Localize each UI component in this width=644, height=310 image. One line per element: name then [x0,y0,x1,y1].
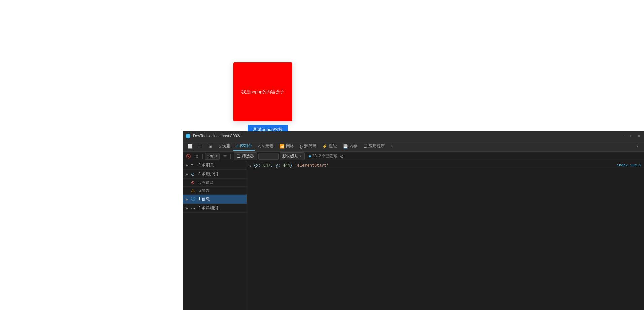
toolbar-separator-1 [202,154,203,159]
nav-item-device[interactable]: ⬜ [185,143,195,150]
entry-source-link[interactable]: index.vue:2 [617,163,641,167]
nav-item-dock[interactable]: ▣ [206,143,215,150]
user-icon: ⊙ [191,172,196,177]
info-icon: ⓘ [191,196,196,202]
devtools-content: ▶ ≡ 3 条消息 ▶ ⊙ 3 条用户消... ▶ ⊗ 没有错误 ▶ ⚠ [183,161,644,310]
entry-comma-1: , y: [270,163,283,168]
console-nav-icon: ≡ [236,144,238,148]
frame-context-selector[interactable]: top ▼ [205,153,220,160]
entry-content: {x: 847, y: 444} 'elementStart' [254,163,615,168]
filter-section: ☰ 筛选器 默认级别 ▼ [234,152,305,160]
filter-label: 筛选器 [242,153,254,159]
devtools-favicon-icon [186,134,190,138]
create-live-expression-button[interactable]: 👁 [222,153,228,160]
device-icon: ⬜ [188,144,193,149]
verbose-icon: ⋯ [191,206,196,211]
entry-val-x: 847 [263,163,271,168]
devtools-toolbar: 🚫 ⊘ top ▼ 👁 ☰ 筛选器 默认级别 ▼ [183,152,644,161]
more-tabs-icon: + [391,144,393,149]
nav-item-memory[interactable]: 💾 内存 [340,142,360,150]
messages-label: 3 条消息 [198,162,244,168]
nav-elements-label: 元素 [265,143,273,149]
sidebar-item-errors[interactable]: ▶ ⊗ 没有错误 [183,179,247,187]
popup-content-text: 我是popup的内容盒子 [242,89,284,95]
devtools-panel: DevTools - localhost:8082/ — ❐ ✕ ⬜ ⬚ ▣ ⌂… [183,131,644,310]
restore-button[interactable]: ❐ [629,134,634,138]
message-filter-sidebar: ▶ ≡ 3 条消息 ▶ ⊙ 3 条用户消... ▶ ⊗ 没有错误 ▶ ⚠ [183,161,247,310]
level-label: 默认级别 [282,153,298,159]
devtools-title: DevTools - localhost:8082/ [193,134,618,138]
user-messages-label: 3 条用户消... [198,171,244,177]
settings-icon: ⋮ [635,144,639,149]
devtools-nav: ⬜ ⬚ ▣ ⌂ 欢迎 ≡ 控制台 </> 元素 📶 网络 [183,141,644,152]
count-indicator [309,155,311,157]
clear-console-button[interactable]: 🚫 [185,153,192,160]
filter-toggle-button[interactable]: ☰ 筛选器 [234,152,257,160]
sidebar-item-info[interactable]: ▶ ⓘ 1 信息 [183,195,247,204]
expand-info-icon: ▶ [186,197,189,201]
nav-application-label: 应用程序 [368,143,385,149]
home-icon: ⌂ [218,144,221,149]
elements-icon: </> [258,144,264,149]
performance-icon: ⚡ [322,144,327,149]
close-button[interactable]: ✕ [636,134,641,138]
devtools-titlebar: DevTools - localhost:8082/ — ❐ ✕ [183,131,644,141]
nav-item-application[interactable]: ☰ 应用程序 [361,142,387,150]
network-icon: 📶 [280,144,285,149]
browser-page: 我是popup的内容盒子 测试popup拖拽 DevTools - localh… [0,0,644,310]
errors-label: 没有错误 [198,180,244,185]
nav-item-settings[interactable]: ⋮ [633,143,642,150]
error-icon: ⊗ [191,180,196,185]
messages-icon: ≡ [191,163,196,168]
inspect-icon: ⬚ [199,144,202,149]
sidebar-item-user-messages[interactable]: ▶ ⊙ 3 条用户消... [183,170,247,179]
hidden-messages-count: 2个已隐藏 [319,153,337,159]
nav-network-label: 网络 [286,143,294,149]
pause-button[interactable]: ⊘ [194,153,200,160]
nav-item-more[interactable]: + [388,143,396,150]
toolbar-separator-2 [230,154,231,159]
sidebar-item-warnings[interactable]: ▶ ⚠ 无警告 [183,187,247,195]
sidebar-item-verbose[interactable]: ▶ ⋯ 2 条详细消... [183,204,247,213]
filter-icon: ☰ [237,154,241,159]
nav-console-label: 控制台 [240,143,252,149]
entry-key-x: {x: [254,163,263,168]
minimize-button[interactable]: — [621,134,626,138]
nav-memory-label: 内存 [349,143,357,149]
nav-welcome-label: 欢迎 [222,143,230,149]
nav-performance-label: 性能 [329,143,337,149]
entry-expand-icon[interactable]: ▶ [250,164,252,168]
sources-icon: {} [300,144,303,149]
application-icon: ☰ [363,144,367,149]
log-level-select[interactable]: 默认级别 ▼ [280,152,305,160]
top-label: top [207,154,215,159]
message-count-badge: 23 [309,154,317,159]
memory-icon: 💾 [343,144,348,149]
chevron-down-icon: ▼ [216,155,217,158]
nav-item-elements[interactable]: </> 元素 [255,142,276,150]
nav-item-inspect[interactable]: ⬚ [196,143,205,150]
dock-icon: ▣ [208,144,212,149]
popup-inner: 我是popup的内容盒子 [233,62,292,121]
sidebar-item-messages[interactable]: ▶ ≡ 3 条消息 [183,161,247,170]
verbose-label: 2 条详细消... [198,205,244,211]
console-entry-0: ▶ {x: 847, y: 444} 'elementStart' index.… [247,162,644,169]
message-count: 23 [312,154,317,159]
nav-item-sources[interactable]: {} 源代码 [297,142,319,150]
expand-user-icon: ▶ [186,172,189,176]
popup-container: 我是popup的内容盒子 [233,62,292,121]
filter-input[interactable] [258,153,279,160]
expand-messages-icon: ▶ [186,163,189,167]
nav-item-performance[interactable]: ⚡ 性能 [320,142,340,150]
console-output: ▶ {x: 847, y: 444} 'elementStart' index.… [247,161,644,310]
expand-verbose-icon: ▶ [186,206,189,210]
warning-icon: ⚠ [191,188,196,193]
nav-sources-label: 源代码 [304,143,316,149]
nav-item-console[interactable]: ≡ 控制台 [233,142,255,151]
console-settings-button[interactable]: ⚙ [340,154,344,159]
nav-item-network[interactable]: 📶 网络 [277,142,297,150]
nav-item-welcome[interactable]: ⌂ 欢迎 [216,142,233,150]
entry-val-y: 444 [283,163,290,168]
info-label: 1 信息 [198,196,244,202]
level-arrow-icon: ▼ [299,155,302,158]
